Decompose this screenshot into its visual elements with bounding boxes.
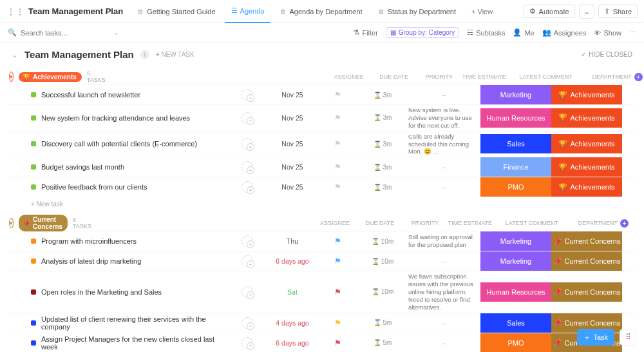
me-button[interactable]: 👤Me [513, 28, 534, 37]
category-tag[interactable]: 📌Current Concerns [551, 231, 622, 251]
status-square-icon[interactable] [31, 184, 36, 190]
flag-icon[interactable]: ⚑ [334, 90, 341, 99]
collapse-all-icon[interactable]: ⌄ [12, 50, 18, 59]
time-estimate[interactable]: ⌛3m [357, 114, 408, 121]
show-button[interactable]: 👁Show [594, 29, 621, 37]
status-square-icon[interactable] [31, 239, 36, 244]
assignees-button[interactable]: 👥Assignees [542, 28, 587, 37]
department-tag[interactable]: PMO [480, 177, 551, 197]
category-tag[interactable]: 📌Current Concerns [551, 282, 622, 302]
department-tag[interactable]: Sales [480, 313, 551, 333]
add-view[interactable]: + View [465, 0, 499, 23]
due-date[interactable]: Sat [267, 288, 318, 296]
automate-dropdown[interactable]: ⌄ [579, 5, 594, 19]
chevron-down-icon[interactable]: ⌄ [113, 28, 119, 37]
time-estimate[interactable]: ⌛10m [357, 288, 408, 295]
time-estimate[interactable]: ⌛10m [357, 238, 408, 245]
due-date[interactable]: Nov 25 [267, 163, 318, 171]
department-tag[interactable]: Human Resources [480, 282, 551, 302]
time-estimate[interactable]: ⌛3m [357, 92, 408, 99]
flag-icon[interactable]: ⚑ [334, 113, 341, 122]
plus-icon[interactable]: + [634, 73, 643, 81]
assignee-avatar[interactable] [242, 255, 253, 267]
new-task-inline[interactable]: + New task [9, 197, 635, 208]
assignee-avatar[interactable] [242, 337, 253, 349]
assignee-avatar[interactable] [242, 181, 253, 193]
task-row[interactable]: Budget savings last month Nov 25 ⚑ ⌛3m –… [9, 157, 635, 177]
time-estimate[interactable]: ⌛5m [357, 319, 408, 326]
flag-icon[interactable]: ⚑ [334, 182, 341, 191]
group-badge[interactable]: 📌 Current Concerns [19, 215, 68, 231]
assignee-avatar[interactable] [242, 112, 253, 124]
due-date[interactable]: 6 days ago [267, 257, 318, 265]
department-tag[interactable]: Sales [480, 134, 551, 153]
department-tag[interactable]: Marketing [480, 85, 551, 104]
status-square-icon[interactable] [31, 340, 36, 346]
task-row[interactable]: Open roles in the Marketing and Sales Sa… [9, 271, 635, 312]
due-date[interactable]: Nov 25 [267, 183, 318, 191]
task-row[interactable]: Updated list of client renewing their se… [9, 313, 635, 333]
assignee-avatar[interactable] [242, 235, 253, 247]
status-square-icon[interactable] [31, 164, 36, 170]
task-row[interactable]: Analysis of latest drip marketing 6 days… [9, 251, 635, 271]
department-tag[interactable]: Marketing [480, 231, 551, 251]
assignee-avatar[interactable] [242, 161, 253, 173]
flag-icon[interactable]: ⚑ [334, 318, 341, 328]
category-tag[interactable]: 🏆Achievements [551, 85, 622, 104]
category-tag[interactable]: 🏆Achievements [551, 108, 622, 128]
new-task-button[interactable]: + NEW TASK [156, 51, 194, 58]
subtasks-button[interactable]: ☵Subtasks [467, 28, 505, 37]
info-icon[interactable]: i [140, 50, 149, 59]
due-date[interactable]: Thu [267, 237, 318, 245]
flag-icon[interactable]: ⚑ [334, 139, 341, 148]
status-square-icon[interactable] [31, 289, 36, 295]
task-row[interactable]: Discovery call with potential clients (E… [9, 131, 635, 157]
status-square-icon[interactable] [31, 92, 36, 97]
share-button[interactable]: ⇪Share [598, 5, 638, 18]
flag-icon[interactable]: ⚑ [334, 237, 341, 246]
due-date[interactable]: Nov 25 [267, 140, 318, 148]
department-tag[interactable]: Human Resources [480, 108, 551, 128]
tab-agenda[interactable]: ☰Agenda [225, 0, 271, 23]
category-tag[interactable]: 🏆Achievements [551, 134, 622, 153]
assignee-avatar[interactable] [242, 286, 253, 298]
time-estimate[interactable]: ⌛3m [357, 164, 408, 171]
plus-icon[interactable]: + [620, 219, 629, 228]
group-badge[interactable]: 🏆 Achievements [19, 72, 82, 82]
collapse-icon[interactable]: ▾ [9, 218, 14, 228]
assignee-avatar[interactable] [242, 317, 253, 329]
assignee-avatar[interactable] [242, 89, 253, 101]
category-tag[interactable]: 📌Current Concerns [551, 251, 622, 271]
due-date[interactable]: 4 days ago [267, 319, 318, 327]
status-square-icon[interactable] [31, 141, 36, 146]
time-estimate[interactable]: ⌛3m [357, 141, 408, 148]
apps-fab[interactable]: ⠿ [620, 329, 636, 346]
more-button[interactable]: ⋯ [629, 28, 636, 37]
task-row[interactable]: Program with microinfluencers Thu ⚑ ⌛10m… [9, 231, 635, 251]
time-estimate[interactable]: ⌛10m [357, 258, 408, 265]
status-square-icon[interactable] [31, 115, 36, 121]
status-square-icon[interactable] [31, 320, 36, 326]
department-tag[interactable]: Finance [480, 157, 551, 177]
tab-status-by-dept[interactable]: 🗎Status by Department [372, 0, 462, 23]
collapse-icon[interactable]: ▾ [9, 72, 14, 82]
assignee-avatar[interactable] [242, 138, 253, 150]
tab-agenda-by-dept[interactable]: 🗎Agenda by Department [273, 0, 368, 23]
task-row[interactable]: Successful launch of newsletter Nov 25 ⚑… [9, 84, 635, 104]
flag-icon[interactable]: ⚑ [334, 338, 341, 347]
due-date[interactable]: Nov 25 [267, 91, 318, 99]
category-tag[interactable]: 🏆Achievements [551, 157, 622, 177]
task-row[interactable]: New system for tracking attendance and l… [9, 104, 635, 131]
group-by-button[interactable]: ▦Group by: Category [386, 27, 459, 38]
tab-getting-started[interactable]: 🗎Getting Started Guide [131, 0, 222, 23]
status-square-icon[interactable] [31, 259, 36, 264]
hide-closed-toggle[interactable]: ✓HIDE CLOSED [581, 51, 632, 58]
due-date[interactable]: Nov 25 [267, 114, 318, 122]
category-tag[interactable]: 🏆Achievements [551, 177, 622, 197]
flag-icon[interactable]: ⚑ [334, 257, 341, 266]
search-input[interactable] [21, 29, 109, 37]
task-row[interactable]: Positive feedback from our clients Nov 2… [9, 177, 635, 197]
department-tag[interactable]: Marketing [480, 251, 551, 271]
department-tag[interactable]: PMO [480, 333, 551, 352]
new-task-fab[interactable]: ＋Task [577, 329, 614, 346]
